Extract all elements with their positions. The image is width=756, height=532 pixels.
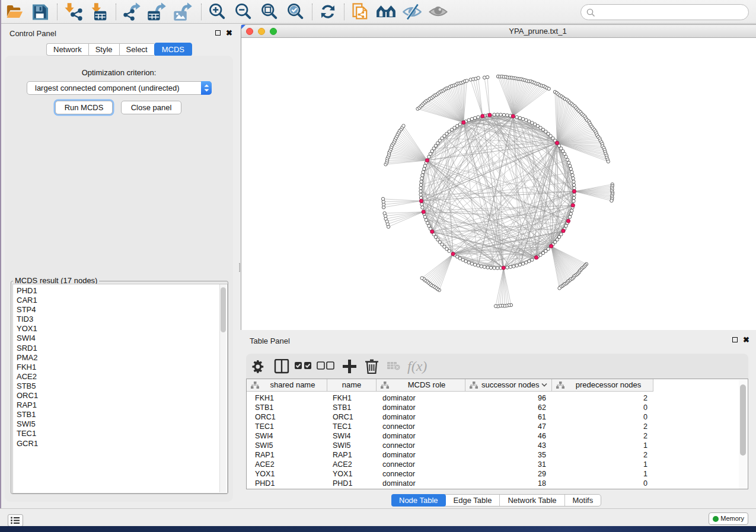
svg-text:f(x): f(x) xyxy=(407,359,427,374)
